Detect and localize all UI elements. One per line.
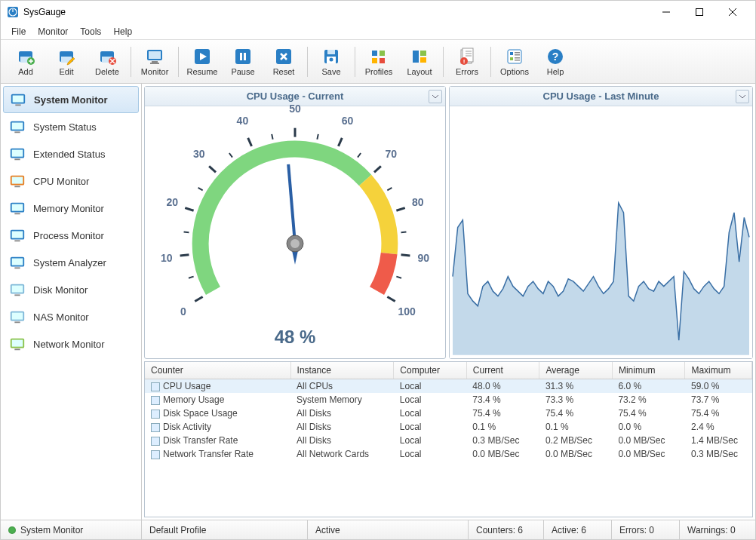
sidebar-icon (9, 200, 26, 216)
svg-line-81 (374, 166, 381, 172)
sidebar-item-system-analyzer[interactable]: System Analyzer (3, 249, 139, 276)
cell: Disk Transfer Rate (145, 434, 290, 447)
add-button[interactable]: Add (6, 43, 45, 81)
cell: All Network Cards (290, 447, 394, 461)
sidebar-item-network-monitor[interactable]: Network Monitor (3, 330, 139, 357)
save-button[interactable]: Save (312, 43, 351, 81)
help-button[interactable]: ?Help (536, 43, 575, 81)
cell: 0.1 % (466, 420, 539, 434)
svg-rect-39 (510, 57, 513, 60)
table-row[interactable]: Memory UsageSystem MemoryLocal73.4 %73.3… (145, 393, 752, 407)
table-row[interactable]: Disk Transfer RateAll DisksLocal0.3 MB/S… (145, 434, 752, 447)
menu-monitor[interactable]: Monitor (32, 25, 74, 38)
status-indicator-icon (8, 526, 16, 534)
cell: 0.0 MB/Sec (612, 447, 685, 461)
layout-button[interactable]: Layout (400, 43, 439, 81)
sidebar-item-disk-monitor[interactable]: Disk Monitor (3, 276, 139, 303)
sidebar-item-process-monitor[interactable]: Process Monitor (3, 222, 139, 249)
edit-button[interactable]: Edit (47, 43, 86, 81)
resume-button[interactable]: Resume (183, 43, 222, 81)
svg-rect-46 (15, 104, 20, 106)
gauge-tick-30: 30 (193, 148, 205, 160)
cell: 0.0 MB/Sec (466, 447, 539, 461)
cell: 75.4 % (612, 407, 685, 420)
table-row[interactable]: CPU UsageAll CPUsLocal48.0 %31.3 %6.0 %5… (145, 379, 752, 394)
reset-icon (275, 48, 293, 66)
cell: All Disks (290, 434, 394, 447)
svg-rect-27 (380, 58, 385, 63)
sidebar-item-label: Extended Status (33, 149, 105, 160)
svg-rect-17 (240, 53, 242, 60)
svg-rect-64 (14, 267, 20, 268)
menu-help[interactable]: Help (107, 25, 138, 38)
svg-rect-49 (14, 131, 20, 133)
cell: 48.0 % (466, 379, 539, 394)
svg-line-78 (248, 138, 252, 146)
sidebar-item-label: System Analyzer (33, 257, 106, 268)
sidebar-item-cpu-monitor[interactable]: CPU Monitor (3, 167, 139, 195)
close-button[interactable] (716, 1, 749, 23)
table-row[interactable]: Disk ActivityAll DisksLocal0.1 %0.1 %0.0… (145, 420, 752, 434)
sidebar-item-system-monitor[interactable]: System Monitor (3, 86, 139, 113)
svg-rect-52 (14, 158, 20, 160)
svg-text:?: ? (552, 51, 559, 63)
sidebar-item-nas-monitor[interactable]: NAS Monitor (3, 303, 139, 330)
svg-rect-12 (149, 51, 161, 59)
status-state: Active (308, 520, 469, 539)
col-current[interactable]: Current (466, 362, 539, 379)
cell: Local (394, 379, 467, 394)
cell: System Memory (290, 393, 394, 407)
cell: 73.4 % (466, 393, 539, 407)
cell: Local (394, 393, 467, 407)
toolbar-label: Help (547, 67, 564, 76)
cell: 73.7 % (685, 393, 752, 407)
svg-rect-41 (515, 60, 520, 61)
svg-rect-36 (510, 52, 513, 55)
options-icon (506, 48, 524, 66)
cell: 0.3 MB/Sec (466, 434, 539, 447)
profiles-button[interactable]: Profiles (359, 43, 398, 81)
errors-button[interactable]: !Errors (447, 43, 487, 81)
reset-button[interactable]: Reset (264, 43, 303, 81)
svg-rect-61 (14, 240, 20, 241)
menu-tools[interactable]: Tools (74, 25, 107, 38)
svg-rect-58 (14, 213, 20, 214)
menu-file[interactable]: File (5, 25, 32, 38)
svg-rect-73 (14, 348, 20, 350)
col-minimum[interactable]: Minimum (612, 362, 685, 379)
toolbar-label: Add (18, 67, 33, 76)
pause-button[interactable]: Pause (223, 43, 263, 81)
col-instance[interactable]: Instance (290, 362, 394, 379)
table-row[interactable]: Disk Space UsageAll DisksLocal75.4 %75.4… (145, 407, 752, 420)
svg-rect-66 (12, 286, 23, 293)
gauge-tick-40: 40 (237, 115, 249, 127)
col-computer[interactable]: Computer (394, 362, 467, 379)
toolbar-separator (355, 47, 355, 77)
gauge-dropdown-button[interactable] (429, 90, 442, 103)
sidebar-item-extended-status[interactable]: Extended Status (3, 140, 139, 167)
counter-row-icon (151, 396, 160, 405)
toolbar-label: Edit (60, 67, 74, 76)
cell: 0.1 % (539, 420, 613, 434)
options-button[interactable]: Options (495, 43, 534, 81)
monitor-button[interactable]: Monitor (135, 43, 174, 81)
col-counter[interactable]: Counter (145, 362, 290, 379)
minimize-button[interactable] (650, 1, 683, 23)
cell: 75.4 % (539, 407, 613, 420)
sidebar-icon (9, 118, 26, 135)
svg-rect-55 (14, 186, 20, 187)
cell: Network Transfer Rate (145, 447, 290, 461)
toolbar-separator (490, 47, 491, 77)
col-average[interactable]: Average (539, 362, 613, 379)
chart-body (450, 106, 752, 358)
maximize-button[interactable] (683, 1, 716, 23)
col-maximum[interactable]: Maximum (685, 362, 752, 379)
delete-button[interactable]: Delete (88, 43, 127, 81)
chart-dropdown-button[interactable] (736, 90, 749, 103)
cell: 2.4 % (685, 420, 752, 434)
sidebar-item-system-status[interactable]: System Status (3, 113, 139, 140)
sidebar-item-memory-monitor[interactable]: Memory Monitor (3, 195, 139, 222)
sidebar-icon (9, 281, 26, 298)
table-row[interactable]: Network Transfer RateAll Network CardsLo… (145, 447, 752, 461)
cell: Disk Activity (145, 420, 290, 434)
